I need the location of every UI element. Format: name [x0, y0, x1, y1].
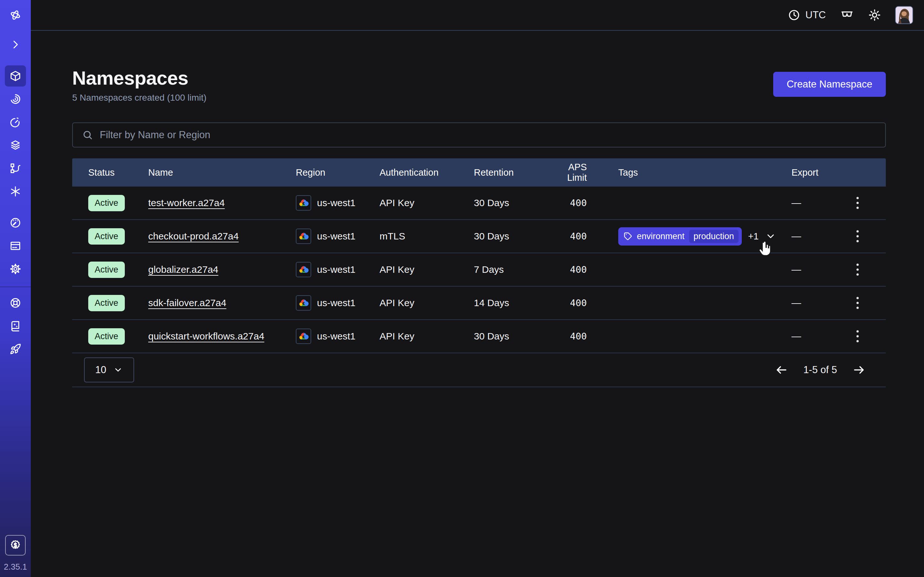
- table-header-row: Status Name Region Authentication Retent…: [72, 158, 886, 187]
- col-export: Export: [792, 167, 843, 178]
- auth-value: API Key: [380, 298, 474, 308]
- aps-value: 400: [548, 264, 618, 275]
- temporal-logo-icon: [10, 9, 21, 21]
- tag-icon: [624, 232, 632, 241]
- retention-value: 30 Days: [474, 231, 548, 242]
- cube-icon: [10, 70, 21, 82]
- app-version: 2.35.1: [4, 562, 27, 572]
- row-menu-button[interactable]: [843, 263, 872, 276]
- region-label: us-west1: [317, 298, 355, 308]
- region-label: us-west1: [317, 231, 355, 242]
- namespace-link[interactable]: globalizer.a27a4: [148, 264, 218, 275]
- col-name: Name: [148, 167, 296, 178]
- arrow-right-icon: [853, 364, 865, 376]
- spiral-icon: [10, 93, 21, 105]
- sidebar-item-settings[interactable]: [5, 258, 26, 279]
- col-authentication: Authentication: [380, 167, 474, 178]
- export-value: —: [792, 197, 843, 208]
- sidebar-item-getting-started[interactable]: [5, 338, 26, 359]
- col-region: Region: [296, 167, 380, 178]
- status-badge: Active: [88, 195, 125, 211]
- aps-value: 400: [548, 298, 618, 308]
- namespace-link[interactable]: sdk-failover.a27a4: [148, 298, 226, 308]
- page-title: Namespaces: [72, 67, 207, 90]
- search-icon: [82, 129, 94, 141]
- status-badge: Active: [88, 328, 125, 345]
- chevron-down-icon: [765, 231, 776, 242]
- user-avatar[interactable]: [895, 6, 913, 24]
- create-namespace-button[interactable]: Create Namespace: [773, 72, 886, 97]
- row-menu-button[interactable]: [843, 297, 872, 309]
- row-menu-button[interactable]: [843, 197, 872, 210]
- sidebar-item-usage[interactable]: [5, 212, 26, 234]
- sidebar-item-support[interactable]: [5, 292, 26, 314]
- namespace-link[interactable]: test-worker.a27a4: [148, 197, 225, 208]
- tag-chip[interactable]: environment production: [618, 227, 742, 245]
- table-row: Active test-worker.a27a4: [72, 187, 886, 220]
- avatar-image: [896, 7, 913, 23]
- branch-icon: [10, 163, 21, 174]
- arrow-left-icon: [775, 364, 788, 376]
- namespace-link[interactable]: checkout-prod.a27a4: [148, 231, 239, 242]
- gcp-cloud-icon: [296, 329, 311, 344]
- pagination-range: 1-5 of 5: [803, 364, 837, 376]
- next-page-button[interactable]: [853, 364, 865, 376]
- page-header: Namespaces 5 Namespaces created (100 lim…: [72, 67, 886, 103]
- glasses-icon: [840, 9, 854, 21]
- page-size-value: 10: [95, 364, 106, 376]
- sidebar-item-workflows[interactable]: [5, 89, 26, 110]
- lifebuoy-icon: [10, 297, 21, 309]
- sidebar-item-namespaces[interactable]: [5, 65, 26, 87]
- page-size-select[interactable]: 10: [84, 358, 134, 382]
- sidebar-item-billing[interactable]: [5, 235, 26, 256]
- prev-page-button[interactable]: [775, 364, 788, 376]
- sidebar-item-batch-operations[interactable]: [5, 158, 26, 179]
- status-badge: Active: [88, 261, 125, 278]
- auth-value: API Key: [380, 197, 474, 208]
- retention-value: 30 Days: [474, 197, 548, 208]
- col-retention: Retention: [474, 167, 548, 178]
- aps-value: 400: [548, 331, 618, 342]
- sidebar-item-nexus[interactable]: [5, 181, 26, 202]
- sidebar: 2.35.1: [0, 0, 31, 577]
- col-tags: Tags: [618, 167, 792, 178]
- sidebar-expand-button[interactable]: [5, 34, 26, 55]
- retention-value: 14 Days: [474, 298, 548, 308]
- sidebar-item-pricing[interactable]: [5, 535, 26, 556]
- billing-card-icon: [10, 240, 21, 251]
- gcp-cloud-icon: [296, 262, 311, 277]
- timezone-button[interactable]: UTC: [788, 9, 826, 21]
- sidebar-item-schedules[interactable]: [5, 111, 26, 133]
- gauge-icon: [10, 217, 21, 229]
- tags-expand-button[interactable]: [765, 231, 776, 242]
- region-label: us-west1: [317, 264, 355, 275]
- table-footer: 10 1-5 of 5: [72, 353, 886, 387]
- temporal-logo[interactable]: [5, 5, 26, 26]
- filter-input[interactable]: [100, 129, 876, 141]
- namespace-link[interactable]: quickstart-workflows.a27a4: [148, 331, 264, 342]
- page-subtitle: 5 Namespaces created (100 limit): [72, 92, 207, 103]
- row-menu-button[interactable]: [843, 230, 872, 243]
- layers-icon: [10, 139, 21, 151]
- sidebar-item-deployments[interactable]: [5, 135, 26, 156]
- export-value: —: [792, 298, 843, 308]
- aps-value: 400: [548, 197, 618, 208]
- rocket-icon: [10, 343, 21, 355]
- sidebar-item-docs[interactable]: [5, 316, 26, 337]
- namespaces-table: Status Name Region Authentication Retent…: [72, 158, 886, 387]
- table-row: Active sdk-failover.a27a4 u: [72, 287, 886, 320]
- auth-value: mTLS: [380, 231, 474, 242]
- theme-toggle-button[interactable]: [868, 9, 881, 21]
- sun-icon: [868, 9, 881, 21]
- chevron-right-icon: [10, 39, 21, 50]
- retention-value: 7 Days: [474, 264, 548, 275]
- topbar: UTC: [31, 0, 924, 31]
- region-label: us-west1: [317, 197, 355, 208]
- data-masking-button[interactable]: [840, 9, 854, 21]
- tag-key: environment: [637, 231, 685, 242]
- clock-icon: [788, 9, 800, 21]
- aps-value: 400: [548, 231, 618, 242]
- main-content: Namespaces 5 Namespaces created (100 lim…: [31, 31, 924, 577]
- row-menu-button[interactable]: [843, 330, 872, 343]
- asterisk-icon: [10, 185, 21, 197]
